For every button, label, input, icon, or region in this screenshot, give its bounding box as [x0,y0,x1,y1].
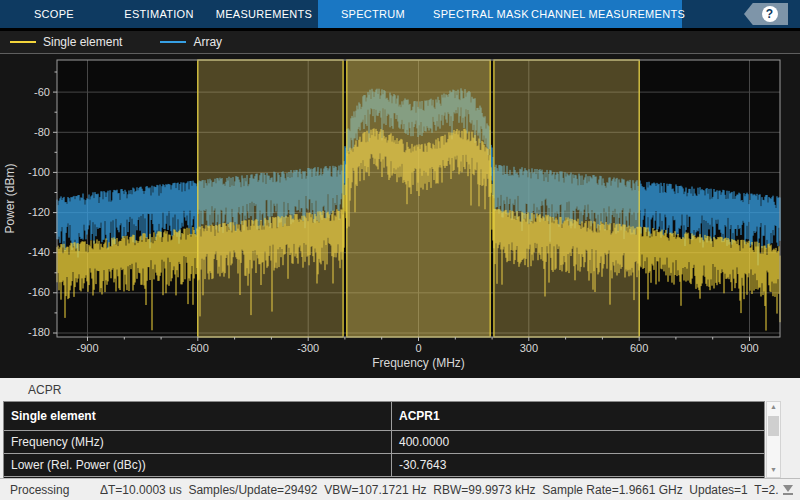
y-tick-label: -180 [28,326,50,338]
x-tick-label: 600 [630,342,648,354]
x-tick-label: 300 [520,342,538,354]
legend-bar: Single element Array [0,31,800,54]
help-icon: ? [762,6,778,22]
x-axis-title: Frequency (MHz) [372,356,465,370]
tab-group-selected: SPECTRUM SPECTRAL MASK CHANNEL MEASUREME… [318,0,682,28]
status-state: Processing [10,483,100,497]
acpr-cell-frequency-value: 400.0000 [391,431,764,453]
x-tick-label: -300 [297,342,319,354]
tab-channel-measurements[interactable]: CHANNEL MEASUREMENTS [534,0,682,28]
plot-panel: -900-600-3000300600900-180-160-140-120-1… [0,55,800,378]
legend-label: Single element [43,35,122,49]
status-bar: Processing ΔT=10.0003 us Samples/Update=… [0,478,800,500]
y-axis-title: Power (dBm) [3,163,17,233]
legend-item-single-element[interactable]: Single element [10,35,122,49]
adjacent-channel-band [494,60,639,337]
status-stats: ΔT=10.0003 us Samples/Update=29492 VBW=1… [100,483,779,497]
scroll-to-bottom-icon[interactable] [781,484,795,496]
x-tick-label: 0 [415,342,421,354]
x-tick-label: -600 [187,342,209,354]
adjacent-channel-band [198,60,343,337]
tab-estimation[interactable]: ESTIMATION [108,0,210,28]
spectrum-plot[interactable]: -900-600-3000300600900-180-160-140-120-1… [0,55,800,378]
scrollbar-up-icon[interactable]: ▲ [770,402,777,414]
x-tick-label: -900 [77,342,99,354]
tab-spectrum[interactable]: SPECTRUM [318,0,428,28]
x-tick-label: 900 [740,342,758,354]
legend-line-yellow-icon [10,41,36,43]
y-tick-label: -160 [28,286,50,298]
acpr-cell-lower-label: Lower (Rel. Power (dBc)) [4,454,391,476]
acpr-table: Single element ACPR1 Frequency (MHz) 400… [3,401,765,483]
tab-measurements[interactable]: MEASUREMENTS [210,0,318,28]
y-tick-label: -140 [28,246,50,258]
y-tick-label: -100 [28,166,50,178]
toolstrip-tabbar: SCOPE ESTIMATION MEASUREMENTS SPECTRUM S… [0,0,800,28]
tab-scope[interactable]: SCOPE [0,0,108,28]
main-channel-band [347,60,490,337]
spectrum-analyzer-window: SCOPE ESTIMATION MEASUREMENTS SPECTRUM S… [0,0,800,500]
acpr-panel-title: ACPR [28,383,61,397]
legend-label: Array [193,35,222,49]
table-row[interactable]: Lower (Rel. Power (dBc)) -30.7643 [4,454,764,477]
help-button[interactable]: ? [744,3,788,25]
acpr-header-channel: Single element [4,402,391,430]
acpr-cell-lower-value: -30.7643 [391,454,764,476]
acpr-panel: ACPR Single element ACPR1 Frequency (MHz… [0,378,800,478]
scrollbar-down-icon[interactable]: ▼ [770,465,777,477]
scrollbar-thumb[interactable] [768,416,779,436]
acpr-table-header-row: Single element ACPR1 [4,402,764,431]
legend-line-blue-icon [160,41,186,43]
acpr-header-acpr1: ACPR1 [391,402,764,430]
y-tick-label: -60 [34,86,50,98]
acpr-table-scrollbar[interactable]: ▲ ▼ [766,401,781,478]
table-row[interactable]: Frequency (MHz) 400.0000 [4,431,764,454]
legend-item-array[interactable]: Array [160,35,222,49]
acpr-cell-frequency-label: Frequency (MHz) [4,431,391,453]
y-tick-label: -80 [34,126,50,138]
y-tick-label: -120 [28,206,50,218]
tab-spectral-mask[interactable]: SPECTRAL MASK [428,0,534,28]
